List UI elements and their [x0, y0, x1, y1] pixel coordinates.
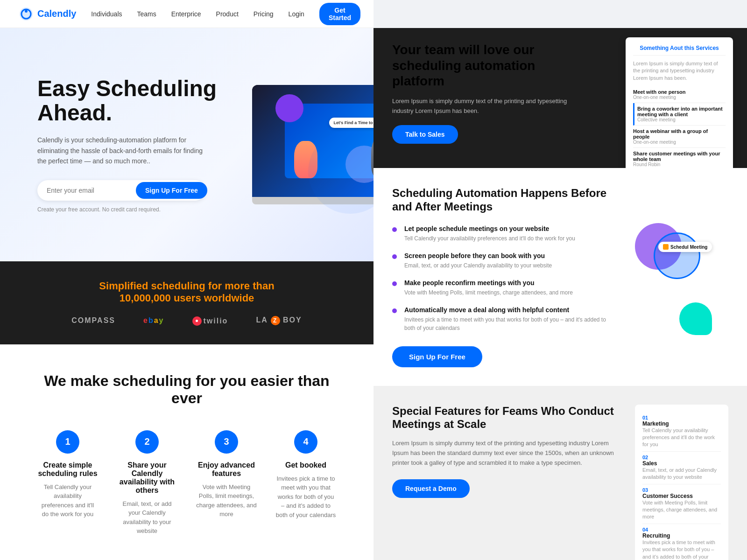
teams-num-2: 02 — [642, 455, 721, 460]
teams-card-item-3: 03 Customer Success Vote with Meeting Po… — [642, 484, 721, 524]
service-item-2: Bring a coworker into an important meeti… — [633, 103, 726, 126]
nav-login[interactable]: Login — [289, 10, 304, 18]
email-input[interactable] — [39, 182, 136, 199]
service-3-sub: One-on-one meeting — [633, 140, 726, 145]
teams-card-item-2: 02 Sales Email, text, or add your Calend… — [642, 452, 721, 484]
sched-dot-3 — [392, 281, 397, 286]
steps-list: 1 Create simple scheduling rules Tell Ca… — [37, 430, 336, 536]
right-top-title: Your team will love our scheduling autom… — [392, 42, 570, 89]
navigation: Calendly Individuals Teams Enterprice Pr… — [0, 0, 374, 28]
hero-note: Create your free account. No credit card… — [37, 206, 233, 213]
teams-card-item-4: 04 Recruiting Invitees pick a time to me… — [642, 524, 721, 560]
signup-button[interactable]: Sign Up For Free — [136, 182, 207, 199]
sched-item-4-desc: Invitees pick a time to meet with you th… — [404, 315, 612, 332]
hero-description: Calendly is your scheduling-automation p… — [37, 135, 205, 166]
nav-enterprise[interactable]: Enterprice — [171, 10, 201, 18]
get-started-button[interactable]: Get Started — [319, 3, 360, 25]
step-1-title: Create simple scheduling rules — [37, 461, 98, 478]
sched-item-1-title: Let people schedule meetings on your web… — [404, 225, 575, 232]
right-top-content: Your team will love our scheduling autom… — [392, 42, 570, 144]
signup-form: Sign Up For Free — [37, 180, 205, 201]
nav-individuals[interactable]: Individuals — [91, 10, 122, 18]
teams-section: Special Features for Feams Who Conduct M… — [374, 386, 747, 560]
teams-num-1: 01 — [642, 415, 721, 420]
teams-content: Special Features for Feams Who Conduct M… — [392, 405, 728, 560]
twilio-logo: twilio — [192, 315, 228, 326]
sched-item-1: Let people schedule meetings on your web… — [392, 225, 612, 243]
service-item-1: Meet with one person One-on-one meeting — [633, 86, 726, 103]
logo-icon — [19, 7, 34, 21]
teams-card: 01 Marketing Tell Calendly your availabi… — [635, 405, 728, 560]
step-4-number: 4 — [294, 430, 317, 454]
step-2-number: 2 — [135, 430, 159, 454]
sched-dot-1 — [392, 227, 397, 232]
logo[interactable]: Calendly — [19, 7, 76, 21]
service-item-4: Share customer meetings with your whole … — [633, 148, 726, 168]
hero-image: Let's Find a Time to Connect! — [252, 85, 374, 204]
sched-item-4: Automatically move a deal along with hel… — [392, 306, 612, 332]
venn-visual: Schedul Meeting — [630, 218, 724, 293]
stats-before: Simplified scheduling for more than — [99, 280, 274, 292]
sched-item-1-desc: Tell Calendly your availability preferen… — [404, 234, 575, 243]
teams-label-4: Recruiting — [642, 532, 721, 539]
nav-pricing[interactable]: Pricing — [254, 10, 274, 18]
request-demo-button[interactable]: Request a Demo — [392, 479, 470, 498]
step-4-title: Get booked — [275, 461, 336, 469]
screen-bubble-text: Let's Find a Time to Connect! — [334, 120, 374, 125]
ebay-logo: ebay — [143, 316, 164, 325]
teams-num-3: 03 — [642, 487, 721, 493]
sched-dot-4 — [392, 308, 397, 313]
service-3-name: Host a webinar with a group of people — [633, 128, 726, 140]
service-1-sub: One-on-one meeting — [633, 95, 726, 100]
step-2: 2 Share your Calendly availability with … — [117, 430, 177, 536]
sched-item-3-title: Make people reconfirm meetings with you — [404, 279, 573, 287]
teams-desc: Lorem Ipsum is simply dummy text of the … — [392, 439, 621, 468]
service-4-name: Share customer meetings with your whole … — [633, 151, 726, 162]
step-1-desc: Tell Calendly your availability preferen… — [37, 483, 98, 519]
teams-desc-1: Tell Calendly your availability preferen… — [642, 427, 721, 448]
teams-desc-2: Email, text, or add your Calendly availa… — [642, 467, 721, 481]
step-2-title: Share your Calendly availability with ot… — [117, 461, 177, 495]
sched-auto-list: Let people schedule meetings on your web… — [392, 225, 612, 332]
teams-card-item-1: 01 Marketing Tell Calendly your availabi… — [642, 412, 721, 452]
step-4: 4 Get booked Invitees pick a time to mee… — [275, 430, 336, 536]
step-3-desc: Vote with Meeting Polls, limit meetings,… — [196, 483, 257, 519]
teams-label-2: Sales — [642, 460, 721, 467]
sched-signup-button[interactable]: Sign Up For Free — [392, 346, 482, 367]
scheduling-auto-section: Scheduling Automation Happens Before and… — [374, 168, 747, 386]
sched-auto-content: Scheduling Automation Happens Before and… — [392, 187, 728, 367]
sched-auto-title: Scheduling Automation Happens Before and… — [392, 187, 612, 214]
twilio-icon: twilio — [192, 316, 228, 326]
nav-teams[interactable]: Teams — [137, 10, 156, 18]
teams-label-3: Customer Success — [642, 493, 721, 499]
nav-product[interactable]: Product — [216, 10, 239, 18]
right-top-desc: Lorem Ipsum is simply dummy text of the … — [392, 97, 570, 116]
hero-title: Easy Scheduling Ahead. — [37, 77, 233, 126]
step-3-title: Enjoy advanced features — [196, 461, 257, 478]
features-section: We make scheduling for you easier than e… — [0, 344, 374, 560]
sched-item-3: Make people reconfirm meetings with you … — [392, 279, 612, 297]
venn-badge-icon — [663, 244, 669, 250]
teams-num-4: 04 — [642, 527, 721, 532]
services-card: Something Aout this Services Lorem Ipsum… — [626, 37, 733, 168]
compass-logo: COMPASS — [71, 316, 115, 325]
teams-desc-4: Invitees pick a time to meet with you th… — [642, 539, 721, 560]
sched-dot-2 — [392, 254, 397, 259]
teams-label-1: Marketing — [642, 420, 721, 427]
service-2-name: Bring a coworker into an important meeti… — [637, 106, 726, 117]
service-2-sub: Collective meeting — [637, 117, 726, 122]
features-title: We make scheduling for you easier than e… — [37, 372, 336, 407]
step-1-number: 1 — [56, 430, 79, 454]
hero-section: Easy Scheduling Ahead. Calendly is your … — [0, 28, 374, 261]
sched-item-2-title: Screen people before they can book with … — [404, 252, 552, 259]
teams-desc-3: Vote with Meeting Polls, limit meetings,… — [642, 499, 721, 521]
step-3: 3 Enjoy advanced features Vote with Meet… — [196, 430, 257, 536]
teal-decoration — [679, 302, 712, 335]
talk-to-sales-button[interactable]: Talk to Sales — [392, 125, 458, 144]
stats-banner: Simplified scheduling for more than 10,0… — [0, 261, 374, 344]
lazboy-logo: LA Z BOY — [256, 316, 302, 325]
venn-diagram: Schedul Meeting — [626, 187, 728, 367]
stats-after: users worldwide — [174, 292, 254, 304]
services-card-desc: Lorem Ipsum is simply dummy text of the … — [633, 60, 726, 82]
step-4-desc: Invitees pick a time to meet with you th… — [275, 474, 336, 520]
